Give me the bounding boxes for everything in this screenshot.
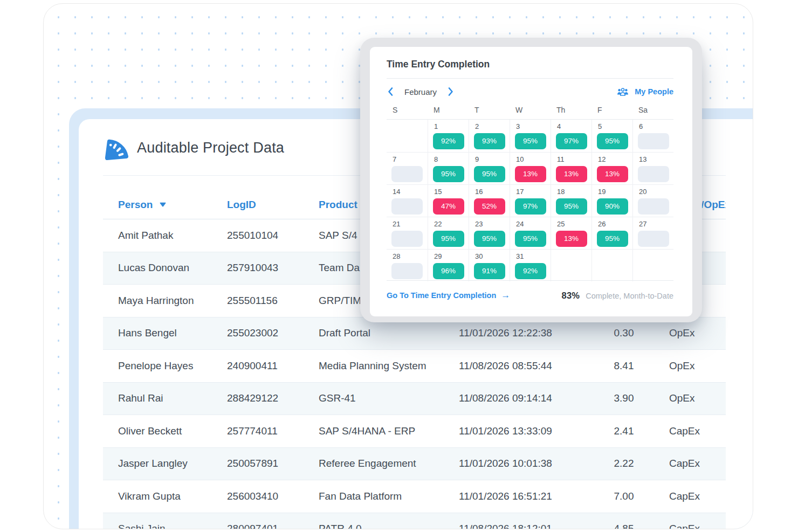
day-completion-badge[interactable]: 95%: [515, 231, 546, 247]
people-group-icon: [617, 87, 629, 96]
day-completion-badge[interactable]: 91%: [474, 263, 505, 279]
cell-type: CapEx: [651, 458, 726, 469]
widget-title: Time Entry Completion: [387, 59, 673, 72]
my-people-link[interactable]: My People: [617, 87, 673, 96]
day-completion-badge[interactable]: 97%: [556, 133, 587, 149]
day-cell: 1113%: [551, 152, 591, 184]
day-number: 25: [557, 220, 591, 229]
day-completion-badge[interactable]: 93%: [474, 133, 505, 149]
cell-logid: 240900411: [227, 360, 319, 372]
day-cell: 3192%: [510, 249, 551, 281]
cell-person: Jasper Langley: [103, 458, 227, 469]
calendar-footer: Go To Time Entry Completion → 83% Comple…: [387, 287, 673, 303]
day-cell: 2996%: [428, 249, 469, 281]
cell-datetime: 11/01/2026 13:33:09: [459, 425, 597, 437]
day-empty-pill: [391, 166, 423, 182]
day-completion-badge[interactable]: 95%: [433, 166, 464, 182]
cell-logid: 250057891: [227, 458, 319, 469]
day-number: 30: [475, 252, 510, 261]
day-cell: 293%: [469, 120, 510, 152]
cell-hours: 8.41: [597, 360, 651, 372]
cell-type: CapEx: [651, 523, 726, 529]
weekday-header-row: SMTWThFSa: [387, 106, 673, 118]
day-number: 7: [393, 155, 428, 164]
day-cell: 13: [632, 152, 673, 184]
cell-datetime: 11/01/2026 10:01:38: [459, 458, 597, 469]
day-completion-badge[interactable]: 13%: [597, 166, 628, 182]
day-completion-badge[interactable]: 13%: [515, 166, 546, 182]
day-completion-badge[interactable]: 92%: [433, 133, 464, 149]
next-month-button[interactable]: [447, 86, 455, 97]
column-header-person[interactable]: Person: [103, 199, 227, 211]
day-cell: 1652%: [469, 184, 510, 217]
day-number: 4: [557, 122, 591, 131]
cell-person: Vikram Gupta: [103, 490, 227, 502]
day-completion-badge[interactable]: 95%: [474, 231, 505, 247]
day-completion-badge[interactable]: 92%: [515, 263, 546, 279]
completion-percent: 83%: [562, 291, 580, 300]
calendar-nav: February: [387, 83, 673, 100]
day-completion-badge[interactable]: 97%: [515, 198, 546, 215]
cell-person: Maya Harrington: [103, 295, 227, 307]
cell-logid: 256003410: [227, 490, 319, 502]
cell-product: SAP S/4HANA - ERP: [319, 425, 459, 437]
day-completion-badge[interactable]: 96%: [433, 263, 464, 279]
cell-type: OpEx: [651, 360, 726, 372]
cell-hours: 4.85: [597, 523, 651, 529]
cell-logid: 280097401: [227, 523, 319, 529]
table-row: Vikram Gupta256003410Fan Data Platform11…: [103, 480, 726, 513]
empty-cell: [551, 249, 591, 281]
cell-person: Sashi Jain: [103, 523, 227, 529]
day-cell: 21: [387, 217, 428, 249]
cell-person: Amit Pathak: [103, 230, 227, 241]
empty-cell: [387, 120, 428, 152]
day-number: 22: [434, 220, 469, 229]
day-completion-badge[interactable]: 95%: [433, 231, 464, 247]
cell-datetime: 11/08/2026 08:55:44: [459, 360, 597, 372]
cell-product: Fan Data Platform: [319, 490, 459, 502]
sort-arrow-icon: [160, 202, 166, 207]
day-completion-badge[interactable]: 52%: [474, 198, 505, 215]
table-row: Jasper Langley250057891Referee Engagemen…: [103, 448, 726, 481]
cell-logid: 255501156: [227, 295, 319, 307]
day-completion-badge[interactable]: 47%: [433, 198, 464, 215]
arrow-right-icon: →: [501, 290, 510, 301]
fan-chart-icon: [103, 135, 128, 161]
cell-hours: 3.90: [597, 392, 651, 404]
column-header-logid[interactable]: LogID: [227, 199, 319, 211]
weekday-label: T: [469, 106, 510, 118]
go-to-time-entry-link[interactable]: Go To Time Entry Completion →: [387, 290, 510, 301]
day-completion-badge[interactable]: 95%: [597, 231, 628, 247]
day-completion-badge[interactable]: 95%: [556, 198, 587, 215]
day-completion-badge[interactable]: 13%: [556, 166, 587, 182]
day-number: 19: [598, 188, 632, 196]
day-number: 3: [516, 122, 551, 131]
cell-person: Hans Bengel: [103, 327, 227, 339]
day-cell: 28: [387, 249, 428, 281]
day-empty-pill: [638, 166, 669, 182]
day-number: 13: [639, 155, 673, 164]
day-number: 5: [598, 122, 632, 131]
day-number: 23: [475, 220, 510, 229]
day-number: 1: [434, 122, 469, 131]
day-number: 29: [434, 252, 469, 261]
cell-logid: 255010104: [227, 230, 319, 241]
weekday-label: W: [510, 106, 551, 118]
day-number: 8: [434, 155, 469, 164]
day-completion-badge[interactable]: 95%: [515, 133, 546, 149]
cell-person: Oliver Beckett: [103, 425, 227, 437]
day-cell: 895%: [428, 152, 469, 184]
prev-month-button[interactable]: [387, 86, 394, 97]
day-completion-badge[interactable]: 90%: [597, 198, 628, 215]
cell-hours: 2.22: [597, 458, 651, 469]
weekday-label: Sa: [632, 106, 673, 118]
day-completion-badge[interactable]: 95%: [597, 133, 628, 149]
day-cell: 2395%: [469, 217, 510, 249]
cell-product: Draft Portal: [319, 327, 459, 339]
day-completion-badge[interactable]: 95%: [474, 166, 505, 182]
day-cell: 14: [387, 184, 428, 217]
day-completion-badge[interactable]: 13%: [556, 231, 587, 247]
day-number: 14: [393, 188, 428, 196]
table-row: Penelope Hayes240900411Media Planning Sy…: [103, 350, 726, 383]
day-cell: 595%: [591, 120, 632, 152]
